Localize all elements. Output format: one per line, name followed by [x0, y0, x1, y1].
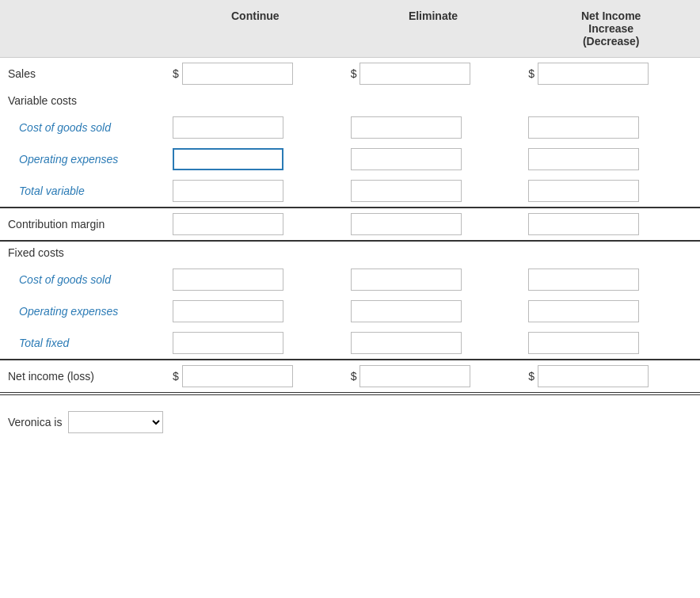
sales-row: Sales $ $ $ [0, 58, 700, 90]
net-income-netincome-dollar: $ [528, 370, 535, 383]
opex-variable-label: Operating expenses [0, 153, 166, 166]
cogs-fixed-continue-cell [166, 269, 344, 291]
sales-label: Sales [0, 67, 166, 80]
opex-variable-continue-cell [166, 148, 344, 170]
total-variable-label: Total variable [0, 185, 166, 197]
total-fixed-netincome-cell [522, 332, 700, 354]
opex-fixed-netincome-input[interactable] [528, 300, 639, 322]
cogs-variable-label: Cost of goods sold [0, 121, 166, 134]
total-fixed-eliminate-cell [344, 332, 523, 354]
contribution-margin-netincome-cell [522, 213, 700, 235]
sales-continue-input[interactable] [182, 63, 293, 85]
cogs-fixed-eliminate-input[interactable] [351, 269, 462, 291]
opex-fixed-eliminate-cell [344, 300, 523, 322]
total-variable-netincome-input[interactable] [528, 180, 639, 202]
sales-netincome-dollar: $ [528, 67, 535, 80]
sales-netincome-input[interactable] [538, 63, 649, 85]
contribution-margin-eliminate-input[interactable] [351, 213, 462, 235]
table-header: Continue Eliminate Net Income Increase (… [0, 0, 700, 58]
contribution-margin-netincome-input[interactable] [528, 213, 639, 235]
net-income-row: Net income (loss) $ $ $ [0, 360, 700, 395]
net-income-eliminate-input[interactable] [360, 365, 470, 387]
total-fixed-label: Total fixed [0, 337, 166, 349]
net-income-continue-input[interactable] [182, 365, 293, 387]
opex-fixed-row: Operating expenses [0, 295, 700, 327]
total-fixed-continue-cell [166, 332, 344, 354]
sales-eliminate-input[interactable] [360, 63, 470, 85]
continue-header: Continue [166, 6, 344, 51]
opex-variable-netincome-cell [522, 148, 700, 170]
opex-variable-eliminate-input[interactable] [351, 148, 462, 170]
total-variable-continue-input[interactable] [173, 180, 283, 202]
cogs-fixed-netincome-input[interactable] [528, 269, 639, 291]
cogs-variable-continue-input[interactable] [173, 116, 283, 139]
cogs-variable-netincome-input[interactable] [528, 116, 639, 139]
sales-continue-dollar: $ [173, 67, 179, 80]
net-income-netincome-cell: $ [522, 365, 700, 387]
opex-fixed-continue-input[interactable] [173, 300, 283, 322]
opex-variable-eliminate-cell [344, 148, 523, 170]
fixed-costs-header-row: Fixed costs [0, 242, 700, 264]
footer: Veronica is correct incorrect [0, 395, 700, 449]
contribution-margin-continue-input[interactable] [173, 213, 283, 235]
opex-fixed-continue-cell [166, 300, 344, 322]
cogs-variable-eliminate-cell [344, 116, 523, 139]
contribution-margin-row: Contribution margin [0, 208, 700, 242]
opex-fixed-netincome-cell [522, 300, 700, 322]
total-variable-continue-cell [166, 180, 344, 202]
net-income-label: Net income (loss) [0, 370, 166, 383]
veronica-label: Veronica is [8, 416, 62, 429]
veronica-dropdown[interactable]: correct incorrect [68, 411, 163, 433]
opex-fixed-label: Operating expenses [0, 305, 166, 318]
cogs-variable-eliminate-input[interactable] [351, 116, 462, 139]
cogs-variable-netincome-cell [522, 116, 700, 139]
cogs-fixed-netincome-cell [522, 269, 700, 291]
cogs-fixed-eliminate-cell [344, 269, 523, 291]
cogs-fixed-label: Cost of goods sold [0, 273, 166, 286]
net-income-continue-cell: $ [166, 365, 344, 387]
net-income-header: Net Income Increase (Decrease) [522, 6, 700, 51]
opex-variable-continue-input[interactable] [173, 148, 283, 170]
net-income-eliminate-cell: $ [344, 365, 523, 387]
total-fixed-continue-input[interactable] [173, 332, 283, 354]
total-variable-row: Total variable [0, 175, 700, 208]
sales-continue-cell: $ [166, 63, 344, 85]
contribution-margin-eliminate-cell [344, 213, 523, 235]
variable-costs-label: Variable costs [0, 94, 166, 107]
opex-variable-row: Operating expenses [0, 143, 700, 175]
variable-costs-header-row: Variable costs [0, 90, 700, 112]
opex-fixed-eliminate-input[interactable] [351, 300, 462, 322]
total-variable-eliminate-input[interactable] [351, 180, 462, 202]
cogs-fixed-row: Cost of goods sold [0, 264, 700, 295]
table-body: Sales $ $ $ Variable costs Cost of goods… [0, 58, 700, 395]
cogs-variable-continue-cell [166, 116, 344, 139]
total-variable-netincome-cell [522, 180, 700, 202]
eliminate-header: Eliminate [344, 6, 523, 51]
net-income-netincome-input[interactable] [538, 365, 649, 387]
contribution-margin-continue-cell [166, 213, 344, 235]
cogs-variable-row: Cost of goods sold [0, 112, 700, 143]
sales-eliminate-dollar: $ [351, 67, 357, 80]
sales-netincome-cell: $ [522, 63, 700, 85]
fixed-costs-label: Fixed costs [0, 246, 166, 259]
contribution-margin-label: Contribution margin [0, 218, 166, 230]
net-income-eliminate-dollar: $ [351, 370, 357, 383]
total-fixed-netincome-input[interactable] [528, 332, 639, 354]
cogs-fixed-continue-input[interactable] [173, 269, 283, 291]
net-income-continue-dollar: $ [173, 370, 179, 383]
total-fixed-row: Total fixed [0, 327, 700, 360]
sales-eliminate-cell: $ [344, 63, 523, 85]
total-fixed-eliminate-input[interactable] [351, 332, 462, 354]
total-variable-eliminate-cell [344, 180, 523, 202]
opex-variable-netincome-input[interactable] [528, 148, 639, 170]
